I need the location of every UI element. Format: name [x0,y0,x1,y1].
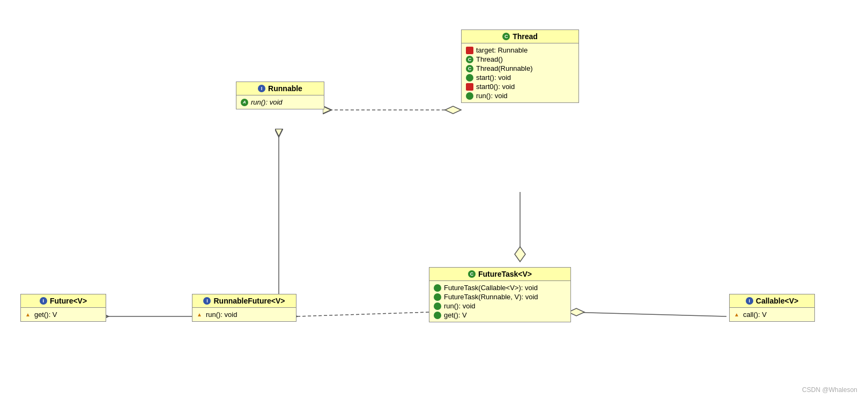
thread-class-name: Thread [513,32,538,41]
field-icon-green1 [466,74,473,82]
svg-marker-6 [515,247,525,262]
field-icon-green-c2: C [466,65,473,72]
futuretask-field-constructor2: FutureTask(Runnable, V): void [434,292,566,301]
class-callable: I Callable<V> ▲ call(): V [729,294,815,322]
thread-type-icon: C [502,33,510,40]
svg-line-9 [297,312,429,316]
class-runnable-header: I Runnable [236,82,324,95]
futuretask-field-run: run(): void [434,301,566,311]
svg-line-10 [568,312,726,316]
class-callable-header: I Callable<V> [730,294,814,308]
class-runnablefuture: I RunnableFuture<V> ▲ run(): void [192,294,296,322]
rf-field-run: ▲ run(): void [197,310,292,319]
runnable-class-name: Runnable [268,84,302,93]
diagram-container: Runnable (aggregation/dependency arrow) … [0,0,868,399]
runnable-field-run: A run(): void [241,98,320,107]
ft-icon3 [434,302,441,310]
rf-type-icon: I [203,297,211,305]
rf-class-name: RunnableFuture<V> [213,297,285,305]
ft-icon4 [434,312,441,319]
callable-field-call: ▲ call(): V [734,310,810,319]
future-type-icon: I [40,297,47,305]
thread-field-target: target: Runnable [466,46,574,55]
futuretask-field-constructor1: FutureTask(Callable<V>): void [434,283,566,292]
field-icon-green-c: C [466,56,473,63]
field-icon-green2 [466,92,473,100]
future-field-get: ▲ get(): V [25,310,101,319]
field-icon-green-abstract: A [241,99,248,106]
arrows-svg: Runnable (aggregation/dependency arrow) … [0,0,868,399]
thread-field-constructor1: C Thread() [466,55,574,64]
callable-class-name: Callable<V> [756,297,798,305]
class-runnablefuture-body: ▲ run(): void [192,308,296,321]
class-callable-body: ▲ call(): V [730,308,814,321]
class-futuretask: C FutureTask<V> FutureTask(Callable<V>):… [429,267,571,322]
class-future-header: I Future<V> [21,294,106,308]
class-runnablefuture-header: I RunnableFuture<V> [192,294,296,308]
thread-field-run: run(): void [466,91,574,100]
class-runnable-body: A run(): void [236,95,324,109]
field-icon-red-square [466,47,473,54]
class-futuretask-body: FutureTask(Callable<V>): void FutureTask… [429,281,570,322]
ft-icon1 [434,284,441,292]
svg-marker-4 [445,106,461,114]
futuretask-class-name: FutureTask<V> [478,270,532,278]
class-runnable: I Runnable A run(): void [236,82,324,109]
ft-icon2 [434,293,441,301]
class-future: I Future<V> ▲ get(): V [20,294,106,322]
watermark: CSDN @Whaleson [802,386,857,394]
class-thread-body: target: Runnable C Thread() C Thread(Run… [462,43,578,102]
class-futuretask-header: C FutureTask<V> [429,268,570,281]
futuretask-type-icon: C [468,270,476,278]
futuretask-field-get: get(): V [434,311,566,320]
future-class-name: Future<V> [50,297,87,305]
thread-field-start0: start0(): void [466,82,574,91]
runnable-type-icon: I [258,85,265,92]
callable-type-icon: I [746,297,753,305]
class-future-body: ▲ get(): V [21,308,106,321]
class-thread-header: C Thread [462,30,578,43]
class-thread: C Thread target: Runnable C Thread() C T… [461,29,579,103]
field-icon-red-square2 [466,83,473,91]
thread-field-constructor2: C Thread(Runnable) [466,64,574,73]
thread-field-start: start(): void [466,73,574,82]
